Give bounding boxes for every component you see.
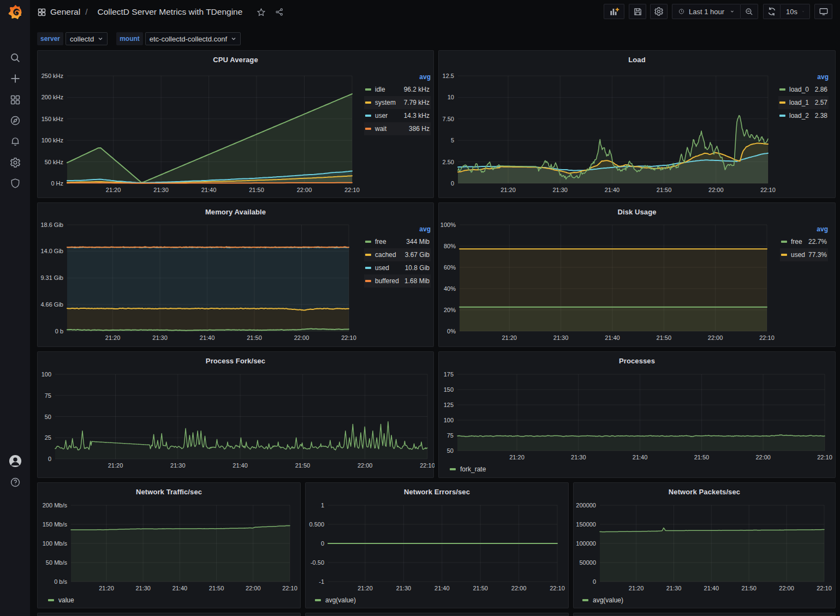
svg-text:0%: 0% — [447, 328, 456, 334]
svg-text:12.5: 12.5 — [443, 73, 454, 79]
svg-text:50 Mb/s: 50 Mb/s — [46, 559, 68, 566]
svg-text:21:40: 21:40 — [633, 454, 648, 460]
svg-text:22:10: 22:10 — [817, 585, 832, 591]
svg-text:21:20: 21:20 — [629, 585, 644, 591]
svg-text:-1: -1 — [319, 578, 324, 585]
svg-text:22:00: 22:00 — [755, 454, 771, 460]
svg-text:2.50: 2.50 — [443, 159, 454, 165]
svg-text:22:00: 22:00 — [511, 585, 527, 591]
svg-text:21:50: 21:50 — [247, 334, 262, 341]
svg-text:18.6 Gib: 18.6 Gib — [40, 222, 63, 228]
svg-text:21:50: 21:50 — [657, 334, 672, 341]
svg-text:22:00: 22:00 — [297, 187, 312, 193]
svg-text:21:20: 21:20 — [509, 454, 525, 460]
svg-text:22:00: 22:00 — [779, 585, 794, 591]
svg-text:150 Mb/s: 150 Mb/s — [43, 521, 68, 528]
svg-text:21:30: 21:30 — [552, 187, 568, 193]
svg-text:7.50: 7.50 — [443, 116, 454, 122]
svg-text:21:30: 21:30 — [571, 454, 586, 460]
svg-text:50 kHz: 50 kHz — [45, 159, 63, 165]
svg-text:50: 50 — [45, 414, 51, 420]
svg-text:14.0 Gib: 14.0 Gib — [40, 248, 63, 254]
svg-text:0 b/s: 0 b/s — [54, 578, 67, 585]
svg-text:250 kHz: 250 kHz — [41, 73, 63, 79]
svg-text:21:50: 21:50 — [249, 187, 264, 193]
svg-text:150000: 150000 — [576, 521, 596, 528]
svg-text:75: 75 — [45, 392, 51, 399]
svg-text:21:50: 21:50 — [209, 585, 224, 591]
svg-text:21:30: 21:30 — [396, 585, 412, 591]
svg-text:21:30: 21:30 — [135, 585, 151, 591]
svg-text:75: 75 — [447, 432, 454, 439]
svg-text:21:20: 21:20 — [501, 187, 516, 193]
svg-text:0 b: 0 b — [55, 328, 63, 334]
svg-text:100: 100 — [41, 371, 51, 378]
svg-text:21:20: 21:20 — [358, 585, 373, 591]
svg-text:22:10: 22:10 — [550, 585, 565, 591]
svg-text:0 Hz: 0 Hz — [51, 180, 63, 187]
svg-text:200 Mb/s: 200 Mb/s — [43, 502, 68, 509]
svg-text:21:50: 21:50 — [741, 585, 756, 591]
svg-text:150: 150 — [444, 386, 454, 393]
svg-text:21:20: 21:20 — [108, 462, 123, 469]
svg-text:21:40: 21:40 — [605, 334, 620, 341]
svg-text:21:20: 21:20 — [99, 585, 114, 591]
svg-text:100000: 100000 — [576, 540, 596, 547]
svg-text:25: 25 — [45, 434, 51, 441]
svg-text:22:00: 22:00 — [708, 187, 724, 193]
svg-text:22:00: 22:00 — [358, 462, 373, 469]
svg-text:21:40: 21:40 — [434, 585, 450, 591]
svg-text:50000: 50000 — [579, 559, 596, 566]
svg-text:100 Mb/s: 100 Mb/s — [43, 540, 68, 547]
svg-text:200000: 200000 — [576, 502, 596, 509]
svg-text:22:10: 22:10 — [341, 334, 356, 341]
svg-text:0.500: 0.500 — [309, 521, 324, 528]
svg-text:100%: 100% — [440, 222, 456, 228]
svg-text:21:20: 21:20 — [106, 187, 121, 193]
svg-text:0: 0 — [48, 456, 51, 462]
svg-text:4.66 Gib: 4.66 Gib — [40, 301, 63, 308]
svg-text:0: 0 — [593, 578, 596, 585]
svg-text:21:30: 21:30 — [170, 462, 186, 469]
svg-text:0: 0 — [321, 540, 324, 547]
svg-text:21:40: 21:40 — [201, 187, 217, 193]
svg-text:21:40: 21:40 — [605, 187, 620, 193]
svg-text:21:50: 21:50 — [295, 462, 311, 469]
svg-text:-0.50: -0.50 — [311, 559, 324, 566]
svg-text:21:30: 21:30 — [153, 187, 169, 193]
svg-text:150 kHz: 150 kHz — [41, 116, 63, 122]
svg-text:21:40: 21:40 — [233, 462, 248, 469]
svg-text:22:10: 22:10 — [760, 187, 776, 193]
svg-text:60%: 60% — [444, 264, 456, 271]
svg-text:21:40: 21:40 — [172, 585, 188, 591]
svg-text:10: 10 — [448, 94, 454, 100]
svg-text:22:10: 22:10 — [344, 187, 360, 193]
svg-text:100 kHz: 100 kHz — [41, 137, 63, 143]
svg-text:9.31 Gib: 9.31 Gib — [40, 274, 63, 281]
svg-text:22:00: 22:00 — [708, 334, 723, 341]
svg-text:22:10: 22:10 — [282, 585, 297, 591]
svg-text:5: 5 — [451, 137, 454, 143]
svg-text:40%: 40% — [444, 285, 456, 292]
svg-text:22:10: 22:10 — [817, 454, 832, 460]
svg-text:200 kHz: 200 kHz — [41, 94, 63, 100]
svg-text:22:10: 22:10 — [759, 334, 775, 341]
svg-text:80%: 80% — [444, 243, 456, 249]
svg-text:22:10: 22:10 — [420, 462, 434, 469]
svg-text:0: 0 — [451, 180, 454, 187]
svg-text:21:40: 21:40 — [704, 585, 719, 591]
svg-text:50: 50 — [447, 447, 454, 454]
svg-text:1: 1 — [321, 502, 324, 509]
svg-text:21:20: 21:20 — [502, 334, 517, 341]
svg-text:21:20: 21:20 — [105, 334, 121, 341]
svg-text:175: 175 — [444, 371, 454, 378]
svg-text:21:30: 21:30 — [152, 334, 168, 341]
svg-text:21:40: 21:40 — [200, 334, 215, 341]
svg-text:22:00: 22:00 — [294, 334, 309, 341]
svg-text:21:50: 21:50 — [694, 454, 710, 460]
svg-text:21:30: 21:30 — [666, 585, 682, 591]
svg-text:125: 125 — [444, 402, 454, 408]
svg-text:21:50: 21:50 — [657, 187, 672, 193]
svg-text:21:50: 21:50 — [473, 585, 488, 591]
svg-text:100: 100 — [444, 417, 454, 423]
